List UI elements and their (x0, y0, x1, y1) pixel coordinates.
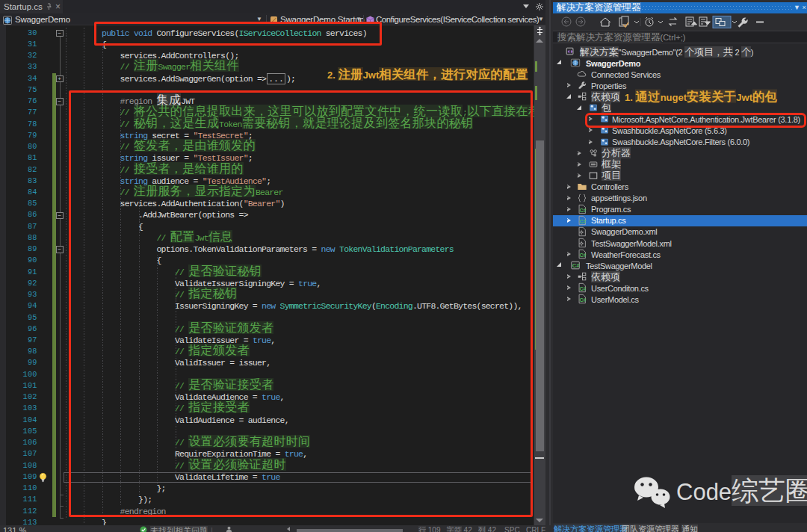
svg-text:C#: C# (580, 207, 587, 212)
svg-text:C#: C# (580, 297, 587, 303)
svg-text:C#: C# (580, 253, 587, 258)
svg-text:C#: C# (580, 218, 587, 223)
svg-text:C#: C# (572, 262, 580, 269)
svg-text:C#: C# (580, 286, 587, 291)
